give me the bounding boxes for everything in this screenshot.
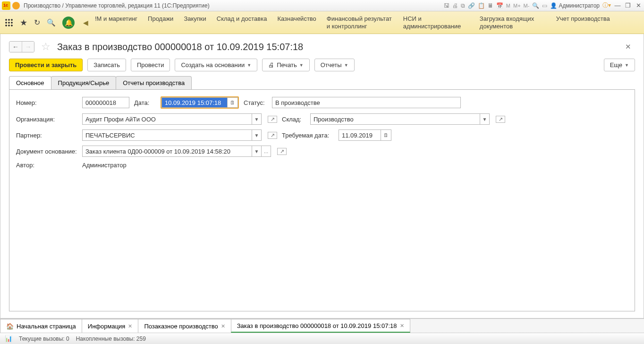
basis-label: Документ основание:: [16, 148, 77, 155]
org-open-icon[interactable]: ↗: [268, 116, 277, 123]
nav-back-icon[interactable]: [12, 2, 20, 9]
reqdate-input[interactable]: [339, 129, 381, 141]
printer-icon: 🖨: [268, 61, 274, 69]
window-tab-info[interactable]: Информация✕: [82, 319, 139, 333]
m-plus-button[interactable]: M+: [513, 3, 521, 9]
form-tabs: Основное Продукция/Сырье Отчеты производ…: [0, 76, 644, 89]
basis-more-icon[interactable]: …: [262, 146, 271, 157]
nav-forward-button[interactable]: →: [22, 42, 34, 52]
org-input[interactable]: [82, 113, 252, 125]
maximize-button[interactable]: ❐: [624, 2, 632, 9]
date-input[interactable]: [161, 97, 228, 108]
m-button[interactable]: M: [506, 3, 510, 9]
status-input[interactable]: [272, 97, 461, 108]
nav-buttons: ← →: [9, 41, 34, 52]
menu-nsi[interactable]: НСИ и администрирование: [403, 15, 469, 30]
reports-button[interactable]: Отчеты▼: [314, 59, 355, 71]
tab-main[interactable]: Основное: [9, 76, 51, 89]
reqdate-calendar-icon[interactable]: 🗓: [381, 129, 391, 141]
partner-input[interactable]: [82, 129, 252, 141]
calendar-icon[interactable]: 📅: [496, 2, 503, 9]
warehouse-open-icon[interactable]: ↗: [496, 116, 505, 123]
warehouse-input[interactable]: [310, 113, 480, 125]
menu-production[interactable]: Учет производства: [556, 15, 610, 23]
print-button[interactable]: 🖨Печать▼: [262, 59, 310, 71]
save-icon[interactable]: 🖫: [444, 2, 449, 9]
search-icon[interactable]: 🔍: [47, 18, 56, 27]
menu-warehouse[interactable]: Склад и доставка: [217, 15, 267, 23]
window-tab-label: Начальная страница: [17, 323, 76, 330]
document-toolbar: Провести и закрыть Записать Провести Соз…: [0, 57, 644, 76]
window-tab-production[interactable]: Позаказное производство✕: [138, 319, 231, 333]
close-page-button[interactable]: ✕: [625, 43, 631, 51]
close-tab-icon[interactable]: ✕: [128, 323, 132, 329]
basis-open-icon[interactable]: ↗: [277, 148, 287, 155]
print-label: Печать: [277, 61, 297, 69]
partner-label: Партнер:: [16, 132, 77, 139]
zoom-icon[interactable]: 🔍: [532, 2, 539, 9]
home-icon: 🏠: [6, 323, 14, 330]
create-based-label: Создать на основании: [181, 61, 245, 69]
window-tab-label: Информация: [88, 323, 126, 330]
warehouse-dropdown-icon[interactable]: ▼: [480, 113, 490, 125]
panels-icon[interactable]: ▭: [542, 2, 547, 9]
close-tab-icon[interactable]: ✕: [221, 323, 225, 329]
basis-input[interactable]: [82, 146, 252, 157]
number-input[interactable]: [82, 97, 129, 108]
window-tab-label: Позаказное производство: [144, 323, 218, 330]
close-window-button[interactable]: ✕: [635, 2, 642, 9]
menu-incoming-docs[interactable]: Загрузка входящих документов: [480, 15, 546, 30]
reports-label: Отчеты: [321, 61, 342, 69]
partner-dropdown-icon[interactable]: ▼: [252, 129, 262, 141]
post-button[interactable]: Провести: [131, 59, 170, 71]
print-icon[interactable]: 🖨: [452, 2, 458, 9]
favorite-toggle-icon[interactable]: ☆: [41, 41, 51, 53]
calc-icon[interactable]: 🖩: [488, 2, 493, 9]
close-tab-icon[interactable]: ✕: [400, 323, 404, 329]
nav-back-button[interactable]: ←: [9, 42, 22, 52]
menu-crm[interactable]: !М и маркетинг: [95, 15, 137, 23]
warehouse-label: Склад:: [282, 116, 305, 123]
compare-icon[interactable]: ⧉: [461, 2, 465, 9]
basis-dropdown-icon[interactable]: ▼: [252, 146, 262, 157]
tab-prod-reports[interactable]: Отчеты производства: [116, 76, 192, 89]
history-icon[interactable]: ↻: [34, 18, 40, 27]
more-button[interactable]: Еще▼: [604, 59, 635, 71]
window-tabs: 🏠Начальная страница Информация✕ Позаказн…: [0, 318, 644, 333]
minimize-button[interactable]: —: [614, 2, 621, 9]
number-label: Номер:: [16, 99, 77, 106]
title-toolbar: 🖫 🖨 ⧉ 🔗 📋 🖩 📅 M M+ M- 🔍 ▭ 👤 Администрато…: [444, 1, 642, 9]
menu-treasury[interactable]: Казначейство: [277, 15, 316, 23]
date-field: 🗓: [161, 96, 239, 109]
calendar-picker-icon[interactable]: 🗓: [228, 97, 238, 108]
m-minus-button[interactable]: M-: [524, 3, 530, 9]
org-dropdown-icon[interactable]: ▼: [252, 113, 262, 125]
post-and-close-button[interactable]: Провести и закрыть: [9, 59, 83, 71]
window-tab-home[interactable]: 🏠Начальная страница: [0, 319, 82, 333]
form-panel: Номер: Дата: 🗓 Статус: Организация: ▼ ↗ …: [9, 89, 635, 311]
apps-grid-icon[interactable]: [5, 18, 13, 27]
author-label: Автор:: [16, 162, 77, 169]
status-label: Статус:: [244, 99, 267, 106]
create-based-button[interactable]: Создать на основании▼: [175, 59, 257, 71]
link-icon[interactable]: 🔗: [468, 2, 475, 9]
org-label: Организация:: [16, 116, 77, 123]
favorites-icon[interactable]: ★: [20, 17, 27, 28]
window-tab-order[interactable]: Заказ в производство 000000018 от 10.09.…: [231, 319, 410, 333]
window-title: Производство / Управление торговлей, ред…: [24, 2, 210, 9]
tab-products[interactable]: Продукция/Сырье: [51, 76, 117, 89]
status-current-calls: Текущие вызовы: 0: [19, 335, 69, 342]
author-value: Администратор: [82, 162, 127, 169]
partner-open-icon[interactable]: ↗: [268, 132, 277, 139]
menu-finresult[interactable]: Финансовый результат и контроллинг: [327, 15, 393, 30]
content-area: ← → ☆ Заказ в производство 000000018 от …: [0, 34, 644, 318]
main-menu-bar: ★ ↻ 🔍 🔔 ◀ !М и маркетинг Продажи Закупки…: [0, 11, 644, 34]
menu-sales[interactable]: Продажи: [148, 15, 173, 23]
notifications-icon[interactable]: 🔔: [62, 17, 75, 29]
save-button[interactable]: Записать: [87, 59, 126, 71]
clipboard-icon[interactable]: 📋: [478, 2, 485, 9]
user-indicator[interactable]: 👤 Администратор: [550, 2, 600, 9]
info-icon[interactable]: ⓘ▾: [602, 1, 611, 9]
collapse-menu-icon[interactable]: ◀: [83, 19, 88, 26]
menu-purchases[interactable]: Закупки: [184, 15, 206, 23]
